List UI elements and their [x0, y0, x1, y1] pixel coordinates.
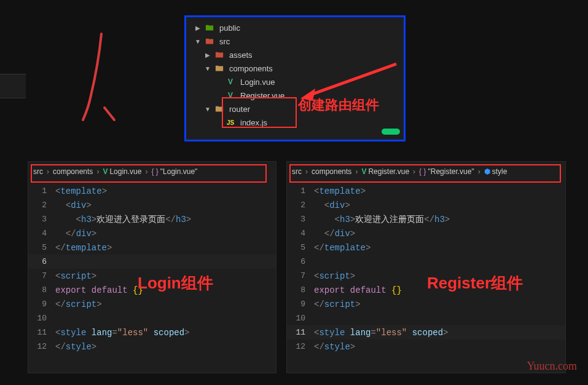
code-line[interactable]: 2 <div>	[287, 198, 565, 212]
chevron-right-icon: ▶	[194, 25, 202, 31]
line-number: 6	[28, 257, 55, 266]
code-content[interactable]: </div>	[55, 229, 96, 239]
line-number: 8	[287, 285, 314, 295]
code-content[interactable]: <template>	[314, 186, 366, 196]
code-body[interactable]: 1<template>2 <div>3 <h3>欢迎进入登录页面</h3>4 <…	[28, 181, 276, 354]
code-line[interactable]: 7<script>	[287, 269, 565, 283]
crumb-symbol[interactable]: "Register.vue"	[428, 167, 474, 176]
tree-item-label: components	[229, 64, 273, 73]
crumb-symbol[interactable]: "Login.vue"	[160, 167, 198, 176]
code-line[interactable]: 4 </div>	[28, 226, 276, 240]
folder-icon	[214, 50, 224, 60]
code-line[interactable]: 3 <h3>欢迎进入登录页面</h3>	[28, 212, 276, 226]
code-content[interactable]: <h3>欢迎进入登录页面</h3>	[55, 214, 191, 225]
tree-item-label: assets	[229, 50, 253, 60]
tree-item-label: router	[229, 105, 250, 114]
chevron-down-icon: ▼	[203, 65, 212, 72]
code-content[interactable]: </template>	[55, 243, 112, 253]
code-line[interactable]: 10	[28, 311, 276, 325]
code-content[interactable]: </div>	[314, 229, 355, 239]
tree-item-src[interactable]: ▼src	[186, 34, 404, 48]
code-line[interactable]: 5</template>	[28, 240, 276, 255]
line-number: 5	[28, 243, 55, 252]
code-content[interactable]: </script>	[314, 300, 361, 309]
code-line[interactable]: 1<template>	[28, 184, 276, 198]
tree-item-components[interactable]: ▼components	[186, 62, 404, 75]
code-content[interactable]: </script>	[55, 300, 102, 309]
code-line[interactable]: 12</style>	[28, 339, 276, 354]
crumb-file[interactable]: Login.vue	[109, 167, 141, 176]
js-icon: JS	[225, 117, 235, 127]
code-line[interactable]: 5</template>	[287, 240, 565, 255]
code-content[interactable]: <script>	[314, 271, 355, 281]
folder-icon	[205, 36, 214, 46]
code-line[interactable]: 6	[287, 255, 565, 269]
code-content[interactable]: export default {}	[314, 285, 402, 295]
line-number: 2	[28, 200, 55, 210]
line-number: 9	[287, 300, 314, 309]
tree-item-label: Register.vue	[240, 91, 284, 100]
line-number: 4	[287, 229, 314, 238]
code-line[interactable]: 8export default {}	[287, 283, 565, 297]
file-explorer[interactable]: ▶public▼src▶assets▼componentsVLogin.vueV…	[184, 15, 406, 141]
annotation-login-component: Login组件	[138, 272, 213, 294]
line-number: 11	[287, 328, 314, 337]
tree-item-public[interactable]: ▶public	[186, 21, 404, 34]
annotation-create-router-component: 创建路由组件	[298, 96, 379, 114]
code-content[interactable]: <style lang="less" scoped>	[55, 328, 190, 338]
line-number: 12	[28, 342, 55, 351]
code-line[interactable]: 9</script>	[287, 297, 565, 311]
crumb-src[interactable]: src	[33, 167, 43, 176]
code-content[interactable]: <div>	[314, 200, 350, 210]
code-content[interactable]: export default {}	[55, 285, 143, 295]
tree-item-index-js[interactable]: JSindex.js	[186, 116, 404, 129]
breadcrumb[interactable]: src› components› V Register.vue› { } "Re…	[287, 162, 565, 181]
code-line[interactable]: 3 <h3>欢迎进入注册页面</h3>	[287, 212, 565, 226]
line-number: 10	[28, 314, 55, 323]
tree-item-label: public	[219, 23, 240, 33]
editor-login[interactable]: src› components› V Login.vue› { } "Login…	[28, 161, 276, 373]
panel-edge	[0, 74, 26, 98]
line-number: 1	[287, 186, 314, 196]
code-line[interactable]: 12</style>	[287, 339, 565, 354]
line-number: 2	[287, 200, 314, 210]
line-number: 4	[28, 229, 55, 238]
vue-icon: V	[361, 167, 366, 176]
code-content[interactable]: <script>	[55, 271, 96, 281]
code-line[interactable]: 4 </div>	[287, 226, 565, 240]
editor-register[interactable]: src› components› V Register.vue› { } "Re…	[286, 161, 566, 373]
code-body[interactable]: 1<template>2 <div>3 <h3>欢迎进入注册页面</h3>4 <…	[287, 181, 565, 354]
tree-item-login-vue[interactable]: VLogin.vue	[186, 75, 404, 89]
style-icon: ⬢	[484, 167, 490, 176]
code-line[interactable]: 11<style lang="less" scoped>	[28, 325, 276, 339]
crumb-style[interactable]: style	[492, 167, 508, 176]
breadcrumb[interactable]: src› components› V Login.vue› { } "Login…	[28, 162, 276, 181]
crumb-file[interactable]: Register.vue	[368, 167, 409, 176]
line-number: 9	[28, 300, 55, 309]
code-content[interactable]: <h3>欢迎进入注册页面</h3>	[314, 214, 450, 225]
code-content[interactable]: <div>	[55, 200, 92, 210]
code-content[interactable]: <template>	[55, 186, 107, 196]
tree-item-assets[interactable]: ▶assets	[186, 48, 404, 62]
code-content[interactable]: </style>	[314, 342, 355, 352]
code-line[interactable]: 2 <div>	[28, 198, 276, 212]
crumb-components[interactable]: components	[312, 167, 351, 176]
crumb-components[interactable]: components	[53, 167, 93, 176]
line-number: 11	[28, 328, 55, 337]
code-line[interactable]: 9</script>	[28, 297, 276, 311]
line-number: 8	[28, 285, 55, 295]
folder-icon	[205, 23, 214, 33]
code-line[interactable]: 1<template>	[287, 184, 565, 198]
line-number: 1	[28, 186, 55, 196]
code-content[interactable]: <style lang="less" scoped>	[314, 328, 449, 338]
code-line[interactable]: 6	[28, 255, 276, 269]
code-line[interactable]: 11<style lang="less" scoped>	[287, 325, 565, 339]
vue-icon: V	[225, 77, 235, 87]
line-number: 7	[28, 271, 55, 280]
code-content[interactable]: </style>	[55, 342, 96, 352]
code-line[interactable]: 10	[287, 311, 565, 325]
code-content[interactable]: </template>	[314, 243, 370, 253]
tree-item-label: index.js	[240, 118, 267, 127]
crumb-src[interactable]: src	[292, 167, 302, 176]
chevron-down-icon: ▼	[203, 106, 212, 113]
